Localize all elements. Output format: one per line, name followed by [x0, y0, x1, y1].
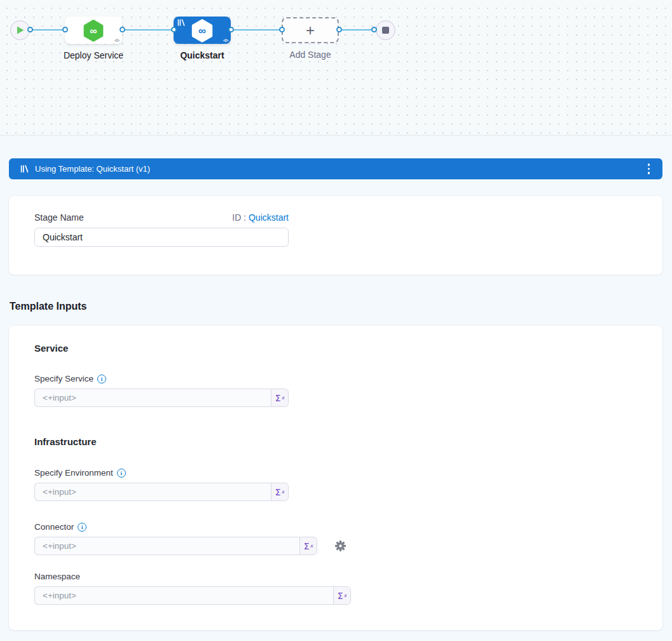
edge-addstage-end: [339, 29, 374, 31]
specify-environment-input[interactable]: [34, 483, 271, 501]
edge-start-deploy: [30, 29, 65, 31]
expression-sigma-button[interactable]: Σx: [271, 483, 289, 501]
gear-icon: [334, 540, 346, 552]
service-section-title: Service: [34, 343, 637, 354]
sigma-sup: x: [344, 593, 347, 598]
code-icon: </>: [114, 38, 119, 43]
sigma-icon: Σ: [304, 541, 310, 551]
stage-label-quickstart: Quickstart: [158, 50, 247, 60]
port[interactable]: [27, 27, 33, 32]
add-stage-button[interactable]: +: [282, 17, 339, 43]
using-template-banner: Using Template: Quickstart (v1): [9, 158, 662, 179]
stage-node-deploy-service[interactable]: ∞ </>: [65, 17, 122, 44]
stage-label-add-stage: Add Stage: [266, 50, 355, 60]
sigma-icon: Σ: [275, 393, 281, 403]
port[interactable]: [62, 27, 68, 32]
plus-icon: +: [306, 22, 315, 39]
kebab-menu-icon[interactable]: [644, 161, 654, 177]
connector-settings-button[interactable]: [334, 540, 346, 552]
stage-name-input[interactable]: [34, 228, 289, 247]
connector-input[interactable]: [34, 537, 299, 555]
pipeline-end-node: [376, 20, 395, 40]
connector-label-text: Connector: [34, 522, 74, 532]
expression-sigma-button[interactable]: Σx: [333, 586, 351, 605]
template-badge-icon: [177, 19, 185, 26]
template-inputs-heading: Template Inputs: [10, 301, 672, 312]
specify-environment-label-text: Specify Environment: [34, 468, 113, 478]
sigma-sup: x: [282, 395, 285, 401]
stage-label-deploy-service: Deploy Service: [49, 50, 138, 60]
stop-icon: [382, 27, 389, 34]
specify-environment-label: Specify Environment i: [34, 468, 637, 478]
info-icon[interactable]: i: [97, 375, 106, 383]
svg-text:∞: ∞: [90, 25, 97, 36]
port[interactable]: [171, 27, 177, 32]
specify-service-label: Specify Service i: [34, 374, 637, 383]
infrastructure-section-title: Infrastructure: [34, 436, 637, 447]
stage-id-link[interactable]: Quickstart: [249, 212, 289, 223]
pipeline-canvas[interactable]: ∞ </> ∞ </> + Deploy Service Quickstart …: [0, 0, 672, 135]
cd-hexagon-icon: ∞: [190, 18, 214, 43]
stage-node-quickstart[interactable]: ∞ </>: [174, 17, 231, 44]
namespace-input[interactable]: [34, 586, 333, 605]
sigma-sup: x: [310, 543, 313, 549]
edge-deploy-quickstart: [122, 29, 174, 31]
port[interactable]: [228, 27, 234, 32]
connector-label: Connector i: [34, 522, 637, 532]
port[interactable]: [371, 27, 377, 32]
port[interactable]: [279, 27, 285, 32]
stage-id-prefix: ID :: [232, 212, 246, 223]
port[interactable]: [336, 27, 342, 32]
expression-sigma-button[interactable]: Σx: [271, 389, 289, 407]
stage-name-label: Stage Name: [34, 212, 84, 223]
play-icon: [17, 26, 24, 34]
namespace-label-text: Namespace: [34, 572, 80, 581]
sigma-sup: x: [282, 489, 285, 495]
port[interactable]: [120, 27, 125, 32]
code-icon: </>: [223, 38, 228, 43]
stage-id: ID : Quickstart: [232, 212, 289, 223]
template-inputs-card: Service Specify Service i Σx Infrastruct…: [9, 326, 662, 630]
svg-text:∞: ∞: [198, 25, 206, 37]
stage-overview-card: Stage Name ID : Quickstart: [9, 196, 662, 275]
expression-sigma-button[interactable]: Σx: [299, 537, 317, 555]
info-icon[interactable]: i: [78, 523, 86, 532]
cd-hexagon-icon: ∞: [82, 19, 105, 42]
banner-text: Using Template: Quickstart (v1): [35, 164, 644, 174]
sigma-icon: Σ: [338, 591, 343, 601]
template-library-icon: [20, 165, 29, 173]
info-icon[interactable]: i: [117, 469, 126, 478]
edge-quickstart-addstage: [231, 29, 282, 31]
sigma-icon: Σ: [275, 487, 281, 497]
specify-service-label-text: Specify Service: [34, 374, 93, 383]
namespace-label: Namespace: [34, 572, 637, 581]
specify-service-input[interactable]: [34, 389, 271, 407]
